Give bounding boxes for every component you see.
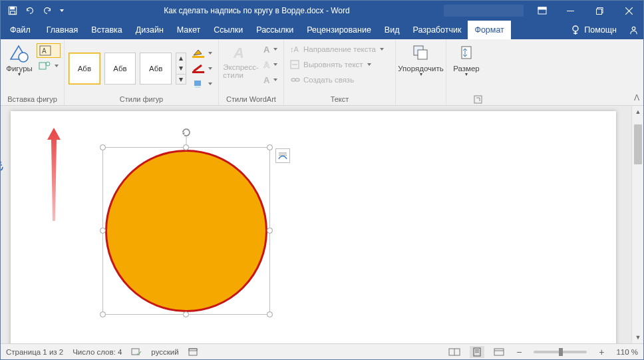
handle-sw[interactable] <box>100 311 106 317</box>
style-gallery-scroll: ▴ ▾ ▾ <box>176 53 186 85</box>
print-layout-button[interactable] <box>470 346 484 358</box>
layout-options-button[interactable] <box>275 148 290 163</box>
scroll-thumb[interactable] <box>634 124 642 164</box>
zoom-slider-knob[interactable] <box>559 348 563 356</box>
draw-textbox-button[interactable]: A <box>37 43 61 58</box>
scroll-up-button[interactable]: ▲ <box>632 106 643 118</box>
ribbon-tabs: Файл Главная Вставка Дизайн Макет Ссылки… <box>1 21 643 39</box>
svg-rect-4 <box>538 7 546 9</box>
svg-rect-2 <box>11 11 15 14</box>
language-button[interactable]: русский <box>151 348 178 356</box>
page-count[interactable]: Страница 1 из 2 <box>6 348 63 356</box>
gallery-up-button[interactable]: ▴ <box>176 53 186 63</box>
tab-design[interactable]: Дизайн <box>129 21 170 39</box>
svg-point-14 <box>19 53 28 62</box>
window-title: Как сделать надпись по кругу в Ворде.doc… <box>70 6 444 15</box>
handle-ne[interactable] <box>267 144 273 150</box>
macro-button[interactable] <box>188 347 198 357</box>
style-sample-3[interactable]: Абв <box>140 53 172 85</box>
minimize-button[interactable] <box>556 1 585 21</box>
tab-home[interactable]: Главная <box>40 21 85 39</box>
wordart-quickstyles-button[interactable]: A Экспресс- стили <box>223 42 259 81</box>
svg-text:↕A: ↕A <box>290 45 299 53</box>
handle-n[interactable] <box>183 144 189 150</box>
group-shape-styles: Абв Абв Абв ▴ ▾ ▾ Стили фигур <box>65 39 219 105</box>
svg-rect-1 <box>11 7 15 9</box>
shape-edit-stack: A <box>37 42 61 73</box>
create-link-button[interactable]: Создать связь <box>288 73 391 87</box>
word-count[interactable]: Число слов: 4 <box>73 348 122 356</box>
workspace: ▲ ▼ <box>1 106 643 343</box>
document-page[interactable] <box>11 111 616 343</box>
svg-rect-19 <box>192 56 204 58</box>
svg-rect-30 <box>418 50 427 59</box>
arrange-button[interactable]: Упорядочить ▾ <box>395 42 446 79</box>
zoom-slider[interactable] <box>534 351 587 353</box>
tab-file[interactable]: Файл <box>1 21 40 39</box>
tell-me-button[interactable]: Помощн <box>564 21 623 39</box>
svg-rect-7 <box>596 9 601 14</box>
spellcheck-button[interactable] <box>131 347 142 357</box>
size-launcher[interactable] <box>474 95 482 104</box>
text-outline-button[interactable]: A <box>261 57 279 72</box>
collapse-ribbon-button[interactable]: ᐱ <box>634 93 639 102</box>
redo-button[interactable] <box>39 1 55 20</box>
rotate-handle[interactable] <box>180 126 192 145</box>
page-area[interactable] <box>1 106 631 343</box>
group-size: Размер ▾ <box>446 39 486 105</box>
tab-insert[interactable]: Вставка <box>84 21 128 39</box>
shape-outline-button[interactable] <box>190 61 214 76</box>
anchor-icon[interactable] <box>1 160 4 171</box>
handle-w[interactable] <box>100 228 106 234</box>
zoom-level[interactable]: 110 % <box>616 348 638 356</box>
tab-references[interactable]: Ссылки <box>207 21 249 39</box>
shapes-button[interactable]: Фигуры ▾ <box>5 42 34 79</box>
style-sample-2[interactable]: Абв <box>104 53 136 85</box>
zoom-out-button[interactable]: − <box>514 347 524 357</box>
group-text-label: Текст <box>288 94 391 104</box>
handle-nw[interactable] <box>100 144 106 150</box>
tab-view[interactable]: Вид <box>378 21 406 39</box>
wordart-format-stack: A A A <box>261 42 279 87</box>
tab-developer[interactable]: Разработчик <box>406 21 468 39</box>
web-layout-button[interactable] <box>494 347 504 357</box>
group-arrange: Упорядочить ▾ <box>396 39 446 105</box>
tab-format[interactable]: Формат <box>468 21 510 39</box>
read-mode-button[interactable] <box>448 347 460 357</box>
shape-effects-button[interactable] <box>190 77 214 91</box>
size-button[interactable]: Размер ▾ <box>450 42 482 79</box>
handle-se[interactable] <box>267 311 273 317</box>
group-wordart-label: Стили WordArt <box>223 94 279 104</box>
gallery-more-button[interactable]: ▾ <box>176 74 186 84</box>
shape-format-stack <box>190 46 214 91</box>
text-direction-button[interactable]: ↕AНаправление текста <box>288 42 391 57</box>
align-text-button[interactable]: Выровнять текст <box>288 57 391 72</box>
save-button[interactable] <box>5 1 21 20</box>
share-button[interactable] <box>623 21 643 39</box>
tab-layout[interactable]: Макет <box>170 21 207 39</box>
style-sample-1[interactable]: Абв <box>69 53 100 85</box>
account-area[interactable] <box>444 5 524 17</box>
close-button[interactable] <box>614 1 643 21</box>
annotation-arrow <box>44 128 64 221</box>
tab-review[interactable]: Рецензирование <box>300 21 378 39</box>
tab-mailings[interactable]: Рассылки <box>249 21 300 39</box>
status-bar: Страница 1 из 2 Число слов: 4 русский − … <box>1 343 643 359</box>
shape-fill-button[interactable] <box>190 46 214 61</box>
gallery-down-button[interactable]: ▾ <box>176 63 186 73</box>
text-effects-button[interactable]: A <box>261 73 279 87</box>
scroll-down-button[interactable]: ▼ <box>632 331 643 343</box>
handle-s[interactable] <box>183 311 189 317</box>
ribbon-display-options[interactable] <box>529 1 556 21</box>
text-fill-button[interactable]: A <box>261 42 279 57</box>
undo-button[interactable] <box>22 1 38 20</box>
vertical-scrollbar[interactable]: ▲ ▼ <box>631 106 643 343</box>
svg-point-28 <box>295 79 299 81</box>
maximize-button[interactable] <box>585 1 614 21</box>
zoom-in-button[interactable]: + <box>596 347 607 357</box>
qa-customize-button[interactable] <box>57 1 66 20</box>
group-insert-shapes-label: Вставка фигур <box>5 94 60 104</box>
svg-rect-32 <box>474 96 482 103</box>
edit-shape-button[interactable] <box>37 59 61 73</box>
handle-e[interactable] <box>267 228 273 234</box>
